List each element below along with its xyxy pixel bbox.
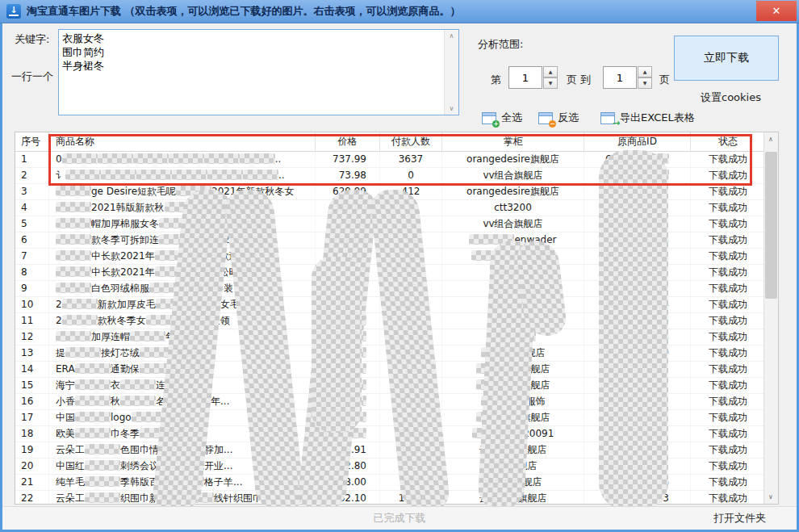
keywords-input[interactable]: 衣服女冬 围巾简约 半身裙冬 <box>60 31 447 114</box>
open-folder-button[interactable]: 打开文件夹 <box>713 507 766 529</box>
table-row[interactable]: 18欧美巾冬季色...12764q2009156下载成功 <box>15 426 778 442</box>
spin-down-icon[interactable]: ▼ <box>638 77 652 89</box>
table-scrollbar[interactable]: ∧ ∨ <box>763 132 778 504</box>
status-message: 已完成下载 <box>2 507 797 529</box>
table-row[interactable]: 102新款加厚皮毛绒外套女毛100654下载成功 <box>15 297 778 313</box>
cell-text: 小香 <box>56 396 75 407</box>
column-header[interactable]: 价格 <box>316 132 380 151</box>
table-row[interactable]: 13提接灯芯绒季新款...382舰店659下载成功 <box>15 346 778 362</box>
table-row[interactable]: 3ge Desire短款毛呢2021年新款秋冬女629.99412oranged… <box>15 184 778 200</box>
table-cell: orangedesire旗舰店 <box>442 184 584 199</box>
column-header[interactable]: 掌柜 <box>442 132 584 151</box>
censored-blur <box>491 299 536 309</box>
cell-text: 62 <box>605 234 617 245</box>
table-row[interactable]: 20中国红刺绣会议色开业...12.801130即爵旗舰店67下载成功 <box>15 459 778 475</box>
table-row[interactable]: 15海宁衣连帽...1旗舰店52下载成功 <box>15 378 778 394</box>
table-row[interactable]: 9白色羽绒棉服过膝秋冬装67622下载成功 <box>15 281 778 297</box>
table-cell: 下载成功 <box>691 491 766 505</box>
cell-text: 6 <box>609 460 615 471</box>
censored-blur <box>133 153 169 164</box>
column-header[interactable]: 商品名称 <box>49 132 316 151</box>
table-row[interactable]: 10..737.993637orangedesire旗舰店656下载成功 <box>15 152 778 168</box>
cell-text: 季新款 <box>175 347 204 358</box>
select-all-button[interactable]: + 全选 <box>482 111 522 125</box>
censored-blur <box>615 444 660 455</box>
table-row[interactable]: 17中国logo刺...9旗舰店63下载成功 <box>15 410 778 426</box>
spin-up-icon[interactable]: ▲ <box>638 66 652 77</box>
close-button[interactable]: ✕ <box>756 1 797 21</box>
censored-blur <box>62 299 98 309</box>
table-row[interactable]: 19云朵工色围巾情围脖加...26.91950云朵工厂旗舰店59下载成功 <box>15 442 778 459</box>
column-header[interactable]: 状态 <box>691 132 766 151</box>
table-cell: 4 <box>15 200 49 216</box>
cell-text: ... <box>220 396 229 407</box>
page-from-input[interactable] <box>508 66 542 89</box>
table-cell: 423 <box>380 475 442 490</box>
table-cell: 下载成功 <box>691 281 766 296</box>
invert-select-button[interactable]: − 反选 <box>538 111 579 125</box>
cell-text: ctt3200 <box>494 202 532 213</box>
cell-text: 色开业 <box>195 460 224 471</box>
table-row[interactable]: 112款秋冬季女松百搭立领95655下载成功 <box>15 313 778 329</box>
cell-text: 9 <box>663 347 669 358</box>
table-cell: 下载成功 <box>691 426 766 442</box>
censored-blur <box>617 250 663 261</box>
column-header[interactable]: 序号 <box>15 132 49 151</box>
table-row[interactable]: 6款冬季可拆卸连款棉服2021年新218.0054enwader623下载成功 <box>15 232 778 249</box>
table-cell: 138.00 <box>316 475 380 490</box>
cell-text: 2021韩版新款秋 <box>91 202 165 213</box>
censored-blur <box>329 331 366 341</box>
export-excel-button[interactable]: → 导出EXCEL表格 <box>600 111 695 125</box>
table-row[interactable]: 16小香秋名媛年...119服饰69下载成功 <box>15 394 778 410</box>
cell-text: 2 <box>663 283 669 294</box>
cell-text: 9 <box>660 444 667 455</box>
table-cell: 3637 <box>380 152 442 167</box>
table-row[interactable]: 7中长款2021年韩版长款过膝时520.00518亚旗舰店651下载成功 <box>15 249 778 265</box>
spin-up-icon[interactable]: ▲ <box>543 66 558 77</box>
column-header[interactable]: 原商品ID <box>584 132 691 151</box>
cell-text: ... <box>204 363 213 375</box>
table-cell: 56 <box>584 426 691 442</box>
table-cell: 下载成功 <box>691 184 766 199</box>
scrollbar-thumb[interactable] <box>765 152 777 299</box>
censored-blur <box>329 347 366 358</box>
table-cell: 63 <box>584 410 691 425</box>
cell-text: vv组合旗舰店 <box>483 170 542 181</box>
download-now-button[interactable]: 立即下载 <box>674 36 779 81</box>
table-cell: 中国红刺绣会议色开业... <box>49 459 316 474</box>
table-row[interactable]: 8中长款2021年气质宽松时尚收05665下载成功 <box>15 265 778 281</box>
censored-blur <box>56 266 91 277</box>
scroll-down-icon[interactable]: ∨ <box>764 490 777 504</box>
table-row[interactable]: 2讠..73.980vv组合旗舰店659下载成功 <box>15 168 778 184</box>
table-cell: 1130 <box>380 459 442 474</box>
table-cell: 659 <box>584 168 691 183</box>
table-cell: 小香秋名媛年... <box>49 394 316 409</box>
table-row[interactable]: 42021韩版新款秋休闲短外套女百399.009ctt32006下载成功 <box>15 200 778 216</box>
cell-text: 刺绣会议 <box>120 460 159 471</box>
scroll-up-icon[interactable]: ∧ <box>764 132 777 146</box>
column-header[interactable]: 付款人数 <box>380 132 442 151</box>
textarea-scrollbar[interactable]: ∧ ∨ <box>444 30 458 115</box>
cell-text: orangedesire旗舰店 <box>466 153 559 165</box>
cell-text: 2 <box>56 299 62 310</box>
table-row[interactable]: 22云朵工织围巾新款女线针织围巾...62.101524云朵工厂旗舰店603下载… <box>15 491 778 505</box>
table-row[interactable]: 5帽加厚棉服女冬版小个子学生短73.981vv组合旗舰店67下载成功 <box>15 216 778 232</box>
cell-text: 即爵旗舰店 <box>489 460 538 471</box>
set-cookies-link[interactable]: 设置cookies <box>701 90 761 105</box>
table-cell: 5 <box>15 216 49 232</box>
cell-text: 5 <box>609 379 615 391</box>
censored-blur <box>329 283 366 293</box>
cell-text: 云朵工 <box>56 444 85 455</box>
cell-text: 刺 <box>167 412 177 423</box>
page-to-input[interactable] <box>603 66 637 89</box>
table-row[interactable]: 12加厚连帽年新款韩5653下载成功 <box>15 329 778 346</box>
table-row[interactable]: 21纯羊毛季韩版百搭格子羊...138.00423臻尼丝旗舰店606下载成功 <box>15 475 778 491</box>
scroll-down-icon[interactable]: ∨ <box>445 103 458 115</box>
table-row[interactable]: 14ERA通勤保款毛呢...10旗舰店63下载成功 <box>15 362 778 378</box>
table-cell: 69 <box>584 394 691 409</box>
spin-down-icon[interactable]: ▼ <box>543 77 558 89</box>
censored-blur <box>476 379 521 390</box>
table-cell: 54 <box>380 232 442 248</box>
scroll-up-icon[interactable]: ∧ <box>445 30 458 42</box>
table-cell: 2款秋冬季女松百搭立领 <box>49 313 316 329</box>
